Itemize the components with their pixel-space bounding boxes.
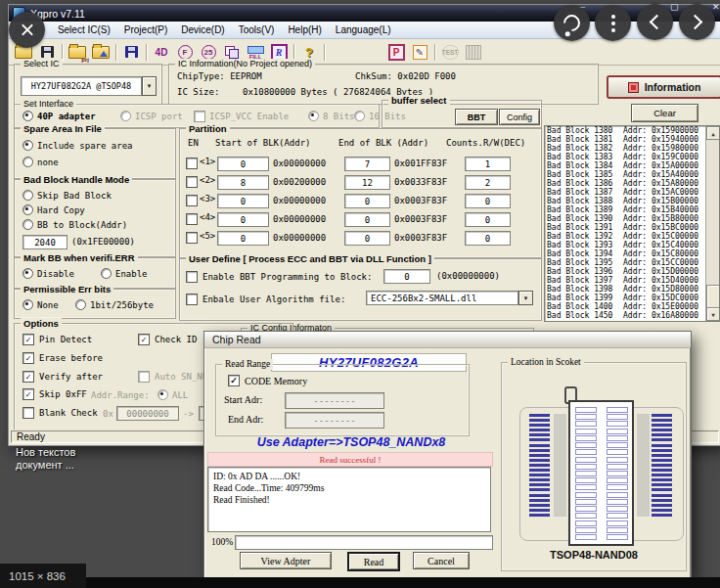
partition-count-input[interactable]: 1 — [465, 157, 511, 171]
end-adr-field[interactable]: -------- — [285, 412, 384, 429]
bad-block-row[interactable]: Bad Block 1397Addr: 0x15D40000 — [545, 276, 719, 285]
partition-count-input[interactable]: 0 — [465, 231, 511, 246]
radio-spare-none[interactable]: none — [22, 157, 59, 167]
partition-end-input[interactable]: 0 — [344, 231, 390, 246]
checkbox-blank-check[interactable]: Blank Check — [22, 407, 98, 419]
partition-count-input[interactable]: 2 — [465, 175, 511, 190]
partition-count-input[interactable]: 0 — [465, 212, 511, 227]
partition-enable-checkbox[interactable] — [186, 195, 198, 206]
bad-block-row[interactable]: Bad Block 1395Addr: 0x15CC0000 — [545, 258, 719, 267]
menu-item-tools[interactable]: Tools(V) — [232, 23, 282, 37]
partition-end-input[interactable]: 7 — [344, 157, 390, 171]
bad-block-row[interactable]: Bad Block 1380Addr: 0x15900000 — [545, 126, 719, 135]
bad-block-row[interactable]: Bad Block 1388Addr: 0x15B00000 — [545, 197, 719, 205]
bad-block-row[interactable]: Bad Block 1391Addr: 0x15BC0000 — [545, 223, 719, 232]
bad-block-row[interactable]: Bad Block 1396Addr: 0x15D00000 — [545, 267, 719, 276]
radio-err-none[interactable]: None — [22, 299, 59, 310]
menu-item-select-ic[interactable]: Select IC(S) — [51, 23, 117, 37]
pin-4d-icon[interactable]: 4D — [150, 42, 173, 62]
menu-item-device[interactable]: Device(D) — [174, 23, 231, 37]
bad-block-row[interactable]: Bad Block 1392Addr: 0x15C00000 — [545, 232, 719, 241]
algorithm-combo-value[interactable]: ECC-256Bx2-SMALL.dll — [366, 291, 518, 305]
viewer-maximize-icon[interactable]: ▢ — [670, 2, 679, 12]
socket-grid-icon[interactable] — [462, 42, 485, 62]
bad-block-row[interactable]: Bad Block 1394Addr: 0x15C80000 — [545, 249, 719, 258]
read-button[interactable]: Read — [347, 552, 400, 571]
partition-enable-checkbox[interactable] — [186, 158, 198, 169]
edit-buffer-icon[interactable]: ✎ — [408, 42, 431, 62]
overlay-next-button[interactable] — [679, 4, 715, 40]
config-button[interactable]: Config — [499, 109, 540, 125]
cancel-button[interactable]: Cancel — [413, 552, 470, 569]
bad-block-row[interactable]: Bad Block 1398Addr: 0x15D80000 — [545, 285, 719, 294]
save-buffer-icon[interactable] — [119, 42, 143, 62]
menu-item-project[interactable]: Project(P) — [117, 23, 174, 37]
scroll-up-icon[interactable]: ▲ — [706, 126, 720, 140]
bad-block-list[interactable]: Bad Block 1380Addr: 0x15900000Bad Block … — [544, 125, 720, 322]
bb-block-input[interactable]: 2040 — [22, 235, 68, 249]
overlay-lens-button[interactable] — [554, 5, 590, 41]
checkbox-erase-before[interactable]: Erase before — [22, 352, 103, 364]
menu-item-help[interactable]: Help(H) — [281, 23, 328, 37]
partition-start-input[interactable]: 8 — [217, 175, 269, 190]
radio-mark-enable[interactable]: Enable — [101, 268, 148, 279]
ic-combo-arrow-icon[interactable]: ▼ — [142, 76, 157, 96]
checkbox-code-memory[interactable]: CODE Memory — [228, 375, 307, 386]
scrollbar[interactable]: ▲ ▼ — [705, 126, 719, 321]
overlay-prev-button[interactable] — [637, 4, 673, 40]
partition-enable-checkbox[interactable] — [186, 176, 198, 188]
start-adr-field[interactable]: -------- — [285, 392, 384, 409]
scroll-thumb[interactable] — [706, 285, 720, 308]
partition-enable-checkbox[interactable] — [186, 213, 198, 225]
scroll-down-icon[interactable]: ▼ — [706, 307, 720, 321]
viewer-close-icon[interactable]: ✕ — [712, 2, 720, 12]
bad-block-row[interactable]: Bad Block 1399Addr: 0x15DC0000 — [545, 294, 719, 302]
test-icon[interactable]: TEST — [438, 42, 462, 62]
overlay-close-button[interactable] — [9, 12, 45, 48]
partition-enable-checkbox[interactable] — [186, 232, 198, 244]
radio-skip-bad-block[interactable]: Skip Bad Block — [22, 190, 112, 201]
bad-block-row[interactable]: Bad Block 1384Addr: 0x15A00000 — [545, 161, 719, 170]
radio-mark-disable[interactable]: Disable — [22, 268, 74, 279]
algorithm-combo-arrow-icon[interactable]: ▼ — [518, 291, 533, 305]
partition-end-input[interactable]: 12 — [344, 175, 390, 190]
bad-block-row[interactable]: Bad Block 1400Addr: 0x15E00000 — [545, 302, 719, 311]
checkbox-icsp-vcc[interactable]: ICSP_VCC Enable — [194, 111, 289, 122]
checkbox-skip-ff[interactable]: Skip 0xFF — [22, 388, 87, 400]
bad-block-row[interactable]: Bad Block 1393Addr: 0x15C40000 — [545, 241, 719, 249]
view-adapter-button[interactable]: View Adpter — [240, 552, 332, 569]
partition-end-input[interactable]: 0 — [344, 194, 390, 208]
checkbox-verify-after[interactable]: Verify after — [22, 371, 103, 383]
checkbox-user-algorithm[interactable]: Enbale User Algorithm file: — [186, 294, 345, 305]
dialog-title-bar[interactable]: Chip Read — [204, 332, 691, 348]
program-p-icon[interactable]: P — [384, 42, 408, 62]
bbt-block-input[interactable]: 0 — [383, 269, 430, 284]
radio-icsp-port[interactable]: ICSP port — [120, 111, 183, 121]
partition-start-input[interactable]: 0 — [217, 231, 269, 246]
radio-hard-copy[interactable]: Hard Copy — [22, 204, 85, 215]
radio-addr-all[interactable]: ALL — [158, 389, 188, 400]
ic-combo[interactable]: HY27UF082G2A @TSOP48 ▼ — [21, 76, 157, 96]
checkbox-auto-sn[interactable]: Auto SN_NUM — [138, 371, 213, 383]
radio-40p-adapter[interactable]: 40P adapter — [22, 111, 96, 121]
bad-block-row[interactable]: Bad Block 1387Addr: 0x15AC0000 — [545, 188, 719, 197]
ic-combo-value[interactable]: HY27UF082G2A @TSOP48 — [21, 76, 142, 96]
bbt-button[interactable]: BBT — [455, 109, 498, 125]
checkbox-check-id[interactable]: Check ID — [138, 334, 197, 345]
partition-start-input[interactable]: 0 — [217, 212, 269, 227]
radio-bb-to-block[interactable]: BB to Block(Addr) — [22, 219, 127, 230]
bad-block-row[interactable]: Bad Block 1381Addr: 0x15940000 — [545, 135, 719, 144]
overlay-menu-button[interactable] — [595, 5, 631, 41]
radio-include-spare[interactable]: Include spare area — [22, 140, 133, 151]
partition-end-input[interactable]: 0 — [344, 212, 390, 227]
information-button[interactable]: Information — [607, 75, 720, 99]
checkbox-enable-bbt[interactable]: Enable BBT Programming to Block: — [186, 271, 372, 283]
menu-item-language[interactable]: Language(L) — [329, 23, 398, 37]
open-project-icon[interactable]: prj — [66, 42, 89, 62]
bad-block-row[interactable]: Bad Block 1382Addr: 0x15980000 — [545, 144, 719, 153]
partition-count-input[interactable]: 0 — [465, 194, 511, 208]
partition-start-input[interactable]: 0 — [217, 157, 269, 171]
partition-start-input[interactable]: 0 — [217, 194, 269, 208]
checkbox-pin-detect[interactable]: Pin Detect — [22, 334, 92, 345]
range-from-input[interactable]: 00000000 — [116, 406, 179, 421]
